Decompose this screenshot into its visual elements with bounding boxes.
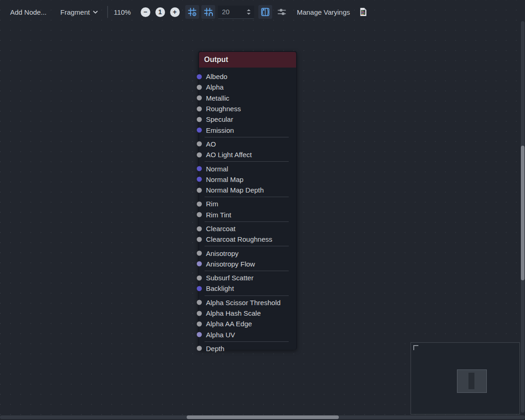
horizontal-scrollbar-thumb[interactable]	[187, 415, 339, 419]
output-port-row: Normal	[199, 163, 296, 174]
port-dot-backlight[interactable]	[197, 286, 202, 291]
port-dot-alpha-aa-edge[interactable]	[197, 321, 202, 326]
add-node-button[interactable]: Add Node...	[6, 6, 50, 19]
port-label: Anisotropy Flow	[206, 260, 255, 268]
port-label: Normal Map Depth	[206, 186, 264, 194]
minimap-camera-rect[interactable]	[457, 369, 487, 393]
horizontal-scrollbar[interactable]	[0, 415, 525, 419]
port-dot-albedo[interactable]	[197, 74, 202, 79]
chevron-down-icon	[93, 11, 98, 14]
port-dot-metallic[interactable]	[197, 96, 202, 101]
output-port-row: Alpha	[199, 82, 296, 92]
port-dot-depth[interactable]	[197, 346, 202, 351]
port-label: Albedo	[206, 73, 228, 80]
arrange-nodes-button[interactable]	[275, 5, 289, 19]
shader-stage-label: Fragment	[60, 8, 90, 16]
port-label: Rim Tint	[206, 211, 231, 219]
port-dot-clearcoat-roughness[interactable]	[197, 237, 202, 242]
graph-minimap[interactable]	[411, 342, 520, 414]
output-port-row: AO Light Affect	[199, 149, 296, 160]
minimap-node-rect	[468, 373, 474, 389]
port-label: Clearcoat	[206, 225, 235, 233]
zoom-out-icon[interactable]: −	[141, 7, 150, 17]
port-label: Normal Map	[206, 176, 244, 183]
port-dot-alpha-uv[interactable]	[197, 332, 202, 337]
port-dot-rim-tint[interactable]	[197, 212, 202, 217]
arrange-nodes-icon	[277, 7, 286, 17]
port-label: Specular	[206, 115, 233, 123]
output-port-row: Anisotropy	[199, 248, 296, 258]
port-dot-subsurf-scatter[interactable]	[197, 275, 202, 280]
port-label: Depth	[206, 345, 224, 352]
output-node-header[interactable]: Output	[199, 52, 296, 68]
port-dot-normal[interactable]	[197, 166, 202, 171]
shader-file-button[interactable]	[356, 5, 370, 19]
port-label: Normal	[206, 165, 228, 173]
output-port-row: Alpha AA Edge	[199, 318, 296, 329]
port-dot-anisotropy-flow[interactable]	[197, 261, 202, 267]
port-dot-ao-light-affect[interactable]	[197, 152, 202, 157]
port-dot-specular[interactable]	[197, 117, 202, 122]
output-port-row: Normal Map	[199, 174, 296, 185]
shader-editor-toolbar: Add Node... Fragment 110% − 1 + 20	[6, 4, 370, 20]
port-group-separator	[205, 137, 289, 137]
output-port-row: Clearcoat	[199, 223, 296, 234]
port-label: Roughness	[206, 105, 241, 113]
output-port-row: Alpha Hash Scale	[199, 308, 296, 318]
output-port-row: Backlight	[199, 283, 296, 294]
port-label: Clearcoat Roughness	[206, 235, 272, 243]
port-label: Rim	[206, 200, 218, 208]
output-port-row: Alpha Scissor Threshold	[199, 297, 296, 308]
output-node[interactable]: Output AlbedoAlphaMetallicRoughnessSpecu…	[198, 51, 297, 350]
port-label: Alpha Scissor Threshold	[206, 299, 280, 306]
output-port-row: Rim Tint	[199, 210, 296, 220]
port-dot-normal-map[interactable]	[197, 177, 202, 182]
port-group-separator	[205, 197, 289, 197]
port-label: AO	[206, 140, 216, 148]
output-port-row: AO	[199, 139, 296, 149]
port-dot-anisotropy[interactable]	[197, 251, 202, 256]
port-label: Alpha Hash Scale	[206, 309, 261, 317]
port-dot-rim[interactable]	[197, 201, 202, 206]
port-group-separator	[205, 221, 289, 222]
port-label: Metallic	[206, 94, 229, 102]
port-dot-roughness[interactable]	[197, 106, 202, 111]
snap-distance-input[interactable]: 20	[218, 6, 254, 19]
port-label: Alpha AA Edge	[206, 320, 252, 328]
port-label: Emission	[206, 126, 234, 134]
spinner-icon[interactable]	[246, 8, 251, 16]
snap-grid-button[interactable]	[201, 5, 215, 19]
node-title: Output	[199, 56, 228, 64]
shader-stage-dropdown[interactable]: Fragment	[57, 6, 102, 19]
output-port-row: Metallic	[199, 93, 296, 103]
zoom-in-icon[interactable]: +	[170, 7, 180, 17]
port-group-separator	[205, 246, 289, 246]
snap-grid-icon	[204, 7, 213, 17]
port-label: Subsurf Scatter	[206, 274, 253, 282]
output-port-row: Clearcoat Roughness	[199, 234, 296, 244]
output-port-row: Specular	[199, 114, 296, 125]
port-dot-normal-map-depth[interactable]	[197, 187, 202, 193]
port-group-separator	[205, 271, 289, 271]
manage-varyings-button[interactable]: Manage Varyings	[293, 6, 354, 19]
zoom-reset-icon[interactable]: 1	[155, 7, 165, 17]
port-dot-clearcoat[interactable]	[197, 226, 202, 231]
preview-sphere-button[interactable]	[258, 5, 272, 19]
output-port-row: Roughness	[199, 103, 296, 114]
vertical-scrollbar-thumb[interactable]	[521, 146, 525, 280]
port-dot-alpha-scissor-threshold[interactable]	[197, 300, 202, 305]
port-dot-alpha[interactable]	[197, 85, 202, 90]
output-port-row: Alpha UV	[199, 329, 296, 340]
port-label: Alpha	[206, 83, 223, 91]
port-dot-emission[interactable]	[197, 128, 202, 133]
preview-sphere-icon	[261, 7, 270, 17]
vertical-scrollbar[interactable]	[521, 21, 525, 413]
port-label: AO Light Affect	[206, 151, 252, 159]
grid-settings-button[interactable]	[185, 5, 199, 19]
port-dot-alpha-hash-scale[interactable]	[197, 311, 202, 316]
port-group-separator	[205, 295, 289, 296]
port-label: Alpha UV	[206, 331, 235, 339]
port-dot-ao[interactable]	[197, 142, 202, 147]
minimap-resizer-icon[interactable]	[413, 345, 418, 350]
zoom-level-label: 110%	[114, 8, 131, 16]
